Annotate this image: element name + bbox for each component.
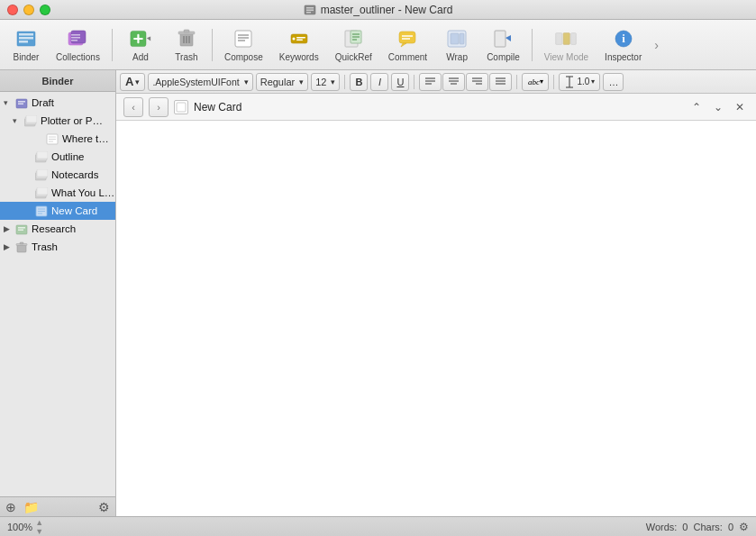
quickref-label: QuickRef <box>335 52 372 62</box>
format-bar: A ▾ .AppleSystemUIFont ▾ Regular ▾ 12 ▾ … <box>116 70 756 94</box>
collapse-down-button[interactable]: ⌄ <box>709 98 727 116</box>
font-style-select[interactable]: Regular ▾ <box>256 73 309 91</box>
more-format-button[interactable]: … <box>603 73 624 91</box>
collections-tool[interactable]: Collections <box>49 23 107 67</box>
maximize-button[interactable] <box>40 5 50 15</box>
tree-item-trash[interactable]: ▶ Trash <box>0 238 115 256</box>
add-label: Add <box>132 52 149 62</box>
fmt-sep-3 <box>516 75 517 89</box>
align-left-button[interactable] <box>419 73 442 91</box>
zoom-control[interactable]: 100% ▲▼ <box>7 518 43 536</box>
research-label: Research <box>32 223 76 234</box>
tree-item-draft[interactable]: ▾ Draft <box>0 94 115 112</box>
tree-item-notecards[interactable]: Notecards <box>0 166 115 184</box>
nav-forward-button[interactable]: › <box>149 97 169 117</box>
comment-tool[interactable]: Comment <box>381 23 434 67</box>
bold-button[interactable]: B <box>350 73 368 91</box>
compile-label: Compile <box>487 52 520 62</box>
close-editor-button[interactable]: ✕ <box>731 98 749 116</box>
svg-rect-45 <box>556 32 562 44</box>
svg-rect-12 <box>71 40 77 41</box>
newcard-icon <box>34 204 49 218</box>
trash-tool[interactable]: Trash <box>166 23 207 67</box>
whatyou-label: What You L… <box>51 187 114 198</box>
font-name-select[interactable]: .AppleSystemUIFont ▾ <box>148 73 252 91</box>
compose-tool[interactable]: Compose <box>217 23 270 67</box>
tree-item-plotter[interactable]: ▾ Plotter or P… <box>0 112 115 130</box>
svg-rect-78 <box>20 242 23 244</box>
align-justify-button[interactable] <box>489 73 512 91</box>
collections-icon <box>67 28 88 50</box>
svg-rect-46 <box>564 32 570 44</box>
svg-text:i: i <box>622 32 625 45</box>
editor-content[interactable] <box>116 121 756 516</box>
where-label: Where t… <box>62 133 109 144</box>
trash-tree-arrow: ▶ <box>4 242 14 251</box>
nav-back-button[interactable]: ‹ <box>123 97 143 117</box>
svg-rect-10 <box>71 34 80 36</box>
toolbar-chevron[interactable]: › <box>651 34 662 56</box>
zoom-stepper[interactable]: ▲▼ <box>35 518 43 536</box>
tree-item-newcard[interactable]: New Card <box>0 202 115 220</box>
zoom-value: 100% <box>7 522 32 532</box>
binder-settings-button[interactable]: ⚙ <box>98 500 110 514</box>
align-center-button[interactable] <box>442 73 465 91</box>
trash-label: Trash <box>175 52 197 62</box>
svg-rect-47 <box>571 32 577 44</box>
svg-rect-30 <box>296 39 303 41</box>
quickref-icon <box>342 28 364 50</box>
italic-button[interactable]: I <box>370 73 388 91</box>
research-icon <box>14 222 29 236</box>
compile-tool[interactable]: Compile <box>479 23 527 67</box>
toolbar-sep-1 <box>112 29 113 61</box>
minimize-button[interactable] <box>23 5 34 15</box>
binder-add-button[interactable]: ⊕ <box>5 500 16 514</box>
text-color-button[interactable]: abc ▾ <box>522 73 549 91</box>
underline-button[interactable]: U <box>391 73 409 91</box>
keywords-icon <box>288 28 310 50</box>
svg-rect-42 <box>460 33 464 44</box>
viewmode-tool[interactable]: View Mode <box>537 23 596 67</box>
editor-area: A ▾ .AppleSystemUIFont ▾ Regular ▾ 12 ▾ … <box>116 70 756 516</box>
compile-icon <box>492 28 514 50</box>
title-bar: master_outliner - New Card <box>0 0 756 20</box>
font-size-button[interactable]: A ▾ <box>120 73 145 91</box>
line-height-button[interactable]: 1.0 ▾ <box>559 73 600 91</box>
binder-addgroup-button[interactable]: 📁 <box>23 500 39 514</box>
app-icon <box>304 4 316 16</box>
collapse-up-button[interactable]: ⌃ <box>688 98 706 116</box>
svg-rect-94 <box>177 103 186 112</box>
plotter-icon <box>23 114 38 128</box>
svg-rect-11 <box>71 37 80 39</box>
svg-rect-43 <box>495 31 506 47</box>
font-size-select[interactable]: 12 ▾ <box>311 73 340 91</box>
toolbar-sep-2 <box>212 29 213 61</box>
tree-item-whatyou[interactable]: What You L… <box>0 184 115 202</box>
keywords-tool[interactable]: Keywords <box>272 23 326 67</box>
add-tool[interactable]: Add <box>117 23 164 67</box>
tree-item-outline[interactable]: Outline <box>0 148 115 166</box>
wrap-tool[interactable]: Wrap <box>436 23 478 67</box>
outline-icon <box>34 150 49 164</box>
keywords-label: Keywords <box>279 52 319 62</box>
svg-rect-6 <box>19 37 33 40</box>
svg-marker-44 <box>506 35 511 41</box>
svg-rect-2 <box>306 9 314 11</box>
inspector-tool[interactable]: i Inspector <box>597 23 649 67</box>
quickref-tool[interactable]: QuickRef <box>328 23 379 67</box>
tree-item-where[interactable]: Where t… <box>0 130 115 148</box>
svg-rect-5 <box>19 33 33 36</box>
align-right-button[interactable] <box>466 73 488 91</box>
wrap-icon <box>446 28 468 50</box>
viewmode-label: View Mode <box>544 52 588 62</box>
binder-panel: Binder ▾ Draft ▾ <box>0 70 116 516</box>
fmt-sep-1 <box>344 75 345 89</box>
svg-rect-52 <box>18 103 23 104</box>
tree-item-research[interactable]: ▶ Research <box>0 220 115 238</box>
status-bar: 100% ▲▼ Words: 0 Chars: 0 ⚙ <box>0 516 756 536</box>
binder-tool[interactable]: Binder <box>5 23 47 67</box>
status-settings-icon[interactable]: ⚙ <box>739 521 749 533</box>
close-button[interactable] <box>7 5 18 15</box>
inspector-label: Inspector <box>605 52 642 62</box>
view-controls: ⌃ ⌄ ✕ <box>688 98 749 116</box>
